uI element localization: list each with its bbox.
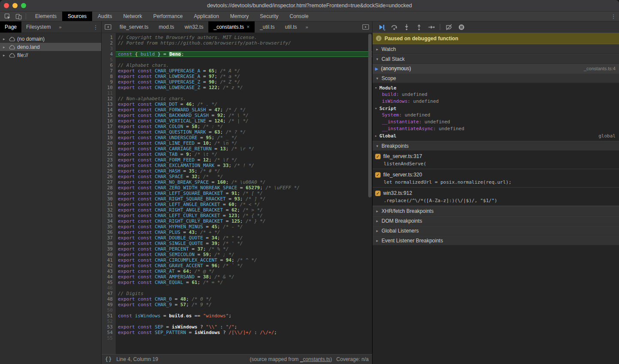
line-number[interactable]: 15 (102, 113, 113, 118)
code-line[interactable]: export const CHAR_0 = 48; /* 0 */ (116, 296, 372, 302)
code-line[interactable] (116, 319, 372, 324)
line-number[interactable]: 49 (102, 302, 113, 307)
collapse-navigator-icon[interactable] (102, 21, 114, 33)
file-tabs-overflow-chevron[interactable]: » (302, 21, 312, 33)
line-number[interactable]: 37 (102, 235, 113, 241)
code-line[interactable]: export const CHAR_SEMICOLON = 59; /* ; *… (116, 252, 372, 257)
tab-audits[interactable]: Audits (92, 12, 117, 21)
line-number[interactable]: 38 (102, 241, 113, 246)
line-number[interactable]: 50 (102, 307, 113, 313)
breakpoint-checkbox[interactable]: ✓ (375, 172, 381, 178)
deactivate-breakpoints-button[interactable] (444, 23, 454, 31)
line-number[interactable]: 6 (102, 63, 113, 68)
line-number[interactable]: 3 (102, 46, 113, 51)
code-line[interactable] (116, 46, 372, 51)
breakpoint-checkbox[interactable]: ✓ (375, 154, 381, 159)
paused-line[interactable]: const { build } = Deno; (116, 51, 372, 57)
line-number[interactable]: 39 (102, 246, 113, 252)
line-number[interactable]: 33 (102, 213, 113, 218)
code-line[interactable]: export const CHAR_SPACE = 32; /* */ (116, 174, 372, 179)
line-number[interactable]: 14 (102, 107, 113, 113)
code-line[interactable]: export const CHAR_FORWARD_SLASH = 47; /*… (116, 107, 372, 113)
code-line[interactable]: export const CHAR_ZERO_WIDTH_NOBREAK_SPA… (116, 185, 372, 191)
step-into-button[interactable] (402, 23, 411, 31)
line-number[interactable]: 24 (102, 163, 113, 168)
line-number[interactable]: 29 (102, 191, 113, 196)
code-line[interactable]: export const CHAR_BACKWARD_SLASH = 92; /… (116, 113, 372, 118)
code-line[interactable]: export const CHAR_AT = 64; /* @ */ (116, 269, 372, 274)
code-line[interactable]: export const CHAR_DOUBLE_QUOTE = 34; /* … (116, 235, 372, 241)
line-number[interactable]: 4 (102, 51, 113, 57)
line-number[interactable]: 32 (102, 207, 113, 213)
line-number[interactable]: 25 (102, 168, 113, 174)
section-breakpoints[interactable]: ▾ Breakpoints (373, 141, 619, 151)
code-area[interactable]: // Copyright the Browserify authors. MIT… (116, 33, 372, 354)
code-line[interactable]: export const CHAR_EXCLAMATION_MARK = 33;… (116, 163, 372, 168)
code-line[interactable]: const isWindows = build.os == "windows"; (116, 313, 372, 319)
section-global-listeners[interactable]: ▸Global Listeners (373, 226, 619, 236)
navigator-menu-button[interactable]: ⋮ (90, 21, 101, 33)
navigator-overflow-chevron[interactable]: » (55, 21, 65, 33)
line-number[interactable]: 16 (102, 118, 113, 124)
code-line[interactable]: // Copyright the Browserify authors. MIT… (116, 35, 372, 40)
code-line[interactable]: export const CHAR_FORM_FEED = 12; /* \f … (116, 157, 372, 163)
code-line[interactable]: export const CHAR_HASH = 35; /* # */ (116, 168, 372, 174)
line-number[interactable]: 53 (102, 324, 113, 330)
line-number[interactable]: 23 (102, 157, 113, 163)
scope-property[interactable]: isWindows: undefined (373, 98, 619, 105)
tab-application[interactable]: Application (188, 12, 225, 21)
code-line[interactable]: export const CHAR_EQUAL = 61; /* = */ (116, 280, 372, 285)
breakpoint-entry[interactable]: ✓file_server.ts:320let normalizedUrl = p… (373, 169, 619, 188)
line-number[interactable]: 42 (102, 263, 113, 269)
code-line[interactable]: export const CHAR_GRAVE_ACCENT = 96; /* … (116, 263, 372, 269)
section-call-stack[interactable]: ▾ Call Stack (373, 54, 619, 64)
code-line[interactable]: export const SEP_PATTERN = isWindows ? /… (116, 330, 372, 335)
tree-item-deno-land[interactable]: ▸ deno.land (0, 43, 101, 51)
file-tab-mod-ts[interactable]: mod.ts (153, 21, 179, 33)
code-line[interactable]: export const CHAR_PERCENT = 37; /* % */ (116, 246, 372, 252)
tree-item-file[interactable]: ▸ file:// (0, 51, 101, 59)
file-tab-util-ts[interactable]: _util.ts (255, 21, 280, 33)
file-tab-file-server-ts[interactable]: file_server.ts (114, 21, 153, 33)
line-number[interactable]: 12 (102, 96, 113, 101)
pretty-print-icon[interactable]: {} (105, 356, 112, 362)
tab-console[interactable]: Console (284, 12, 314, 21)
line-number[interactable]: 7 (102, 68, 113, 74)
close-tab-icon[interactable]: × (246, 24, 249, 30)
line-number[interactable]: 18 (102, 129, 113, 135)
editor-scrollbar-thumb[interactable] (368, 34, 372, 197)
line-number[interactable]: 54 (102, 330, 113, 335)
line-number[interactable]: 9 (102, 79, 113, 85)
resume-script-button[interactable] (377, 23, 386, 31)
tab-sources[interactable]: Sources (62, 12, 92, 21)
file-tab-win32-ts[interactable]: win32.ts (179, 21, 208, 33)
line-number[interactable]: 47 (102, 291, 113, 296)
line-number[interactable]: 1 (102, 35, 113, 40)
line-number[interactable]: 11 (102, 90, 113, 96)
line-number[interactable]: 45 (102, 280, 113, 285)
line-number[interactable]: 20 (102, 140, 113, 146)
line-number[interactable]: 10 (102, 85, 113, 90)
expand-panel-icon[interactable] (359, 21, 372, 33)
code-line[interactable]: export const CHAR_9 = 57; /* 9 */ (116, 302, 372, 307)
code-line[interactable]: export const CHAR_UPPERCASE_Z = 90; /* Z… (116, 79, 372, 85)
call-stack-frame[interactable]: ▶(anonymous)_constants.ts:4 (373, 64, 619, 73)
code-line[interactable] (116, 90, 372, 96)
line-number[interactable]: 30 (102, 196, 113, 202)
section-xhr-fetch-breakpoints[interactable]: ▸XHR/fetch Breakpoints (373, 206, 619, 216)
code-line[interactable]: // Non-alphabetic chars. (116, 96, 372, 101)
code-line[interactable]: export const CHAR_RIGHT_CURLY_BRACKET = … (116, 218, 372, 224)
code-line[interactable]: // Alphabet chars. (116, 63, 372, 68)
code-line[interactable]: export const CHAR_SINGLE_QUOTE = 39; /* … (116, 241, 372, 246)
scope-property[interactable]: build: undefined (373, 91, 619, 98)
breakpoint-code-snippet[interactable]: .replace(/^\/*([A-Za-z]:)(\/|$)/, "$1/") (375, 197, 616, 203)
code-line[interactable]: export const CHAR_LEFT_SQUARE_BRACKET = … (116, 191, 372, 196)
step-out-button[interactable] (414, 23, 424, 31)
line-number[interactable]: 34 (102, 218, 113, 224)
code-line[interactable] (116, 307, 372, 313)
code-line[interactable]: export const CHAR_LOWERCASE_Z = 122; /* … (116, 85, 372, 90)
breakpoint-checkbox[interactable]: ✓ (375, 191, 381, 196)
breakpoint-code-snippet[interactable]: listenAndServe( (375, 160, 616, 167)
line-number[interactable]: 13 (102, 101, 113, 107)
scope-property[interactable]: System: undefined (373, 112, 619, 119)
